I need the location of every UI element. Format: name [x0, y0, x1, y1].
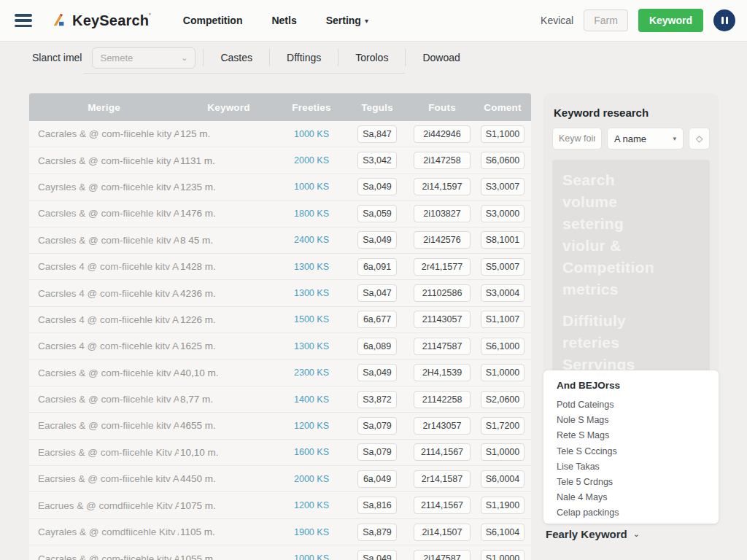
fouts-badge: 2i142576: [414, 231, 471, 249]
logo-text: KeySearch': [72, 12, 151, 29]
dropdown-item[interactable]: Tele 5 Crdngs: [557, 475, 705, 490]
teguls-badge: 6a,089: [357, 338, 397, 355]
freeties-cell: 1000 KS: [279, 553, 344, 560]
keyword-button[interactable]: Keyword: [638, 9, 703, 32]
dropdown-item[interactable]: Tele S Cccings: [557, 444, 705, 459]
teguls-badge: S3,872: [357, 391, 397, 408]
fouts-badge: 2i147587: [414, 550, 471, 560]
table-row[interactable]: Cacrsies 4 @ com-fiicehle kitv Acervies.…: [29, 333, 531, 359]
keyword-volume-cell: 8 45 m.: [179, 235, 279, 246]
freeties-cell: 1400 KS: [279, 394, 344, 405]
table-row[interactable]: Cacrsles 4 @ com-fiicehle kitv Acervies.…: [29, 254, 531, 280]
table-column-header[interactable]: Keyword: [179, 102, 279, 113]
freeties-cell: 1300 KS: [279, 341, 344, 351]
toolbar-select[interactable]: Semete ⌄: [92, 47, 196, 69]
table-row[interactable]: Cacrsles 4 @ com-fiicehle kitv Acervies.…: [29, 307, 531, 333]
table-row[interactable]: Cacrsies & @ com-fiicehle kitv Acervies.…: [29, 360, 531, 386]
keyword-volume-cell: 1055 m.: [179, 553, 279, 560]
coment-badge: S6,0004: [481, 470, 525, 488]
refresh-button[interactable]: ◇: [689, 128, 710, 149]
keyword-volume-cell: 1625 m.: [179, 341, 279, 351]
table-row[interactable]: Cacrales & @ com-fiicehle kity Acervies.…: [29, 121, 531, 147]
table-row[interactable]: Cacrsies & @ com-fiicehle kitv Acervies.…: [29, 386, 531, 413]
keyword-name-cell: Eacrsies & @ com-fiicehle kitv Acervies.…: [29, 473, 179, 484]
toolbar-action[interactable]: Torolos: [338, 49, 405, 66]
fouts-badge: 21143057: [414, 311, 471, 328]
freeties-cell: 1000 KS: [279, 182, 344, 192]
coment-badge: S1,1000: [481, 125, 525, 143]
fouts-badge: 21102586: [414, 284, 471, 302]
panel-title: Keyword research: [552, 106, 710, 119]
table-header-row: Merige Keyword Freeties Teguls Fouts Com…: [29, 93, 531, 121]
table-row[interactable]: Eacrsies & @ com-fiicehle Kitv Acervies.…: [29, 440, 531, 466]
teguls-badge: Sa,847: [357, 125, 397, 143]
table-row[interactable]: Cacrsles 4 @ com-fiicehle kitv Acervies.…: [29, 280, 531, 306]
pause-button[interactable]: [713, 9, 735, 31]
toolbar-divider: [84, 73, 405, 74]
table-column-header[interactable]: Teguls: [344, 102, 410, 113]
nav-item-netls[interactable]: Netls: [271, 15, 296, 26]
dropdown-item[interactable]: Rete S Mags: [557, 428, 705, 443]
keyword-input[interactable]: [552, 128, 602, 149]
freeties-cell: 2400 KS: [279, 235, 344, 245]
pause-icon: [721, 17, 724, 24]
table-row[interactable]: Cacrsles & @ com-fiicehle kitv Acervies.…: [29, 228, 531, 254]
keyword-name-cell: Cacrsles 4 @ com-fiicehle kitv Acervies.…: [29, 288, 179, 299]
dropdown-item[interactable]: Potd Cateings: [557, 397, 705, 413]
toolbar-action[interactable]: Castes: [203, 49, 269, 66]
table-column-header[interactable]: Merige: [29, 102, 179, 113]
freeties-cell: 1300 KS: [279, 262, 344, 272]
table-row[interactable]: Cacrsles & @ com-fiicehle kity Acervies.…: [29, 147, 531, 174]
table-row[interactable]: Cacrales & @ com-fiicehle kitv Acervies.…: [29, 545, 531, 560]
fouts-badge: 21142258: [414, 391, 471, 408]
table-row[interactable]: Eacrales & @ com-fiicehle kitv Acervies.…: [29, 413, 531, 439]
table-row[interactable]: Eacrues & @ comdfiicehle Kitv Acervies..…: [29, 492, 531, 518]
keyword-name-cell: Cacrales & @ com-fiicehle kitv Acervies.…: [29, 553, 179, 560]
table-column-header[interactable]: Coment: [474, 102, 531, 113]
overlay-line: Competition: [562, 257, 700, 279]
fouts-badge: 21147587: [414, 338, 471, 355]
dropdown-item[interactable]: Nole S Mags: [557, 413, 705, 428]
teguls-badge: Sa,079: [357, 443, 397, 461]
dropdown-item[interactable]: Lise Takas: [557, 459, 705, 475]
overlay-line: setering: [562, 213, 700, 235]
table-row[interactable]: Eacrsies & @ com-fiicehle kitv Acervies.…: [29, 466, 531, 492]
toolbar-action[interactable]: Dfftings: [269, 49, 338, 66]
toolbar-action[interactable]: Dowoad: [405, 49, 476, 66]
teguls-badge: 6a,049: [357, 470, 397, 488]
table-row[interactable]: Cacrsles & @ com-fiicehle kitv Acervies.…: [29, 201, 531, 227]
header-right: Kevical Farm Keyword: [541, 9, 735, 32]
dropdown-item[interactable]: Nale 4 Mays: [557, 490, 705, 505]
table-body: Cacrales & @ com-fiicehle kity Acervies.…: [29, 121, 531, 560]
toolbar-select-value: Semete: [100, 52, 133, 63]
top-header: KeySearch' Competition Netls Serting ▾ K…: [0, 0, 747, 42]
chevron-down-icon: ▾: [673, 135, 676, 142]
chevron-down-icon: ⌄: [181, 53, 187, 63]
freeties-cell: 1600 KS: [279, 447, 344, 457]
coment-badge: S1,1900: [481, 497, 525, 514]
teguls-badge: Sa,047: [357, 284, 397, 302]
overlay-line: reteries: [562, 332, 700, 354]
table-row[interactable]: Cayrales & @ comdfiicehle Kitv Acervies.…: [29, 519, 531, 545]
table-column-header[interactable]: Freeties: [279, 102, 344, 113]
farm-button[interactable]: Farm: [584, 9, 628, 31]
coment-badge: S1,1007: [481, 311, 525, 328]
teguls-badge: Sa,816: [357, 497, 397, 514]
fearly-keyword-toggle[interactable]: Fearly Keyword ⌄: [546, 528, 640, 540]
overlay-line: volume: [562, 191, 700, 213]
panel-select[interactable]: A name ▾: [607, 128, 684, 149]
hamburger-menu-icon[interactable]: [15, 14, 32, 27]
fouts-badge: 2r14,1587: [414, 470, 471, 488]
coment-badge: S8,1001: [481, 231, 525, 249]
keyword-research-panel: Keyword research A name ▾ ◇ Searchvolume…: [543, 93, 719, 525]
table-row[interactable]: Cayrsles & @ com-fiicehle kitv Acervies.…: [29, 174, 531, 201]
keyword-name-cell: Cacrsies & @ com-fiicehle kitv Acervies.…: [29, 394, 179, 405]
nav-item-competition[interactable]: Competition: [183, 15, 243, 26]
nav-item-serting[interactable]: Serting ▾: [326, 15, 368, 26]
table-column-header[interactable]: Fouts: [410, 102, 474, 113]
keyword-volume-cell: 8,77 m.: [179, 394, 279, 405]
keyword-volume-cell: 4655 m.: [179, 420, 279, 431]
keyword-name-cell: Eacrales & @ com-fiicehle kitv Acervies.…: [29, 420, 179, 431]
keysearch-logo[interactable]: KeySearch': [51, 12, 151, 29]
dropdown-item[interactable]: Celap packings: [557, 505, 705, 521]
